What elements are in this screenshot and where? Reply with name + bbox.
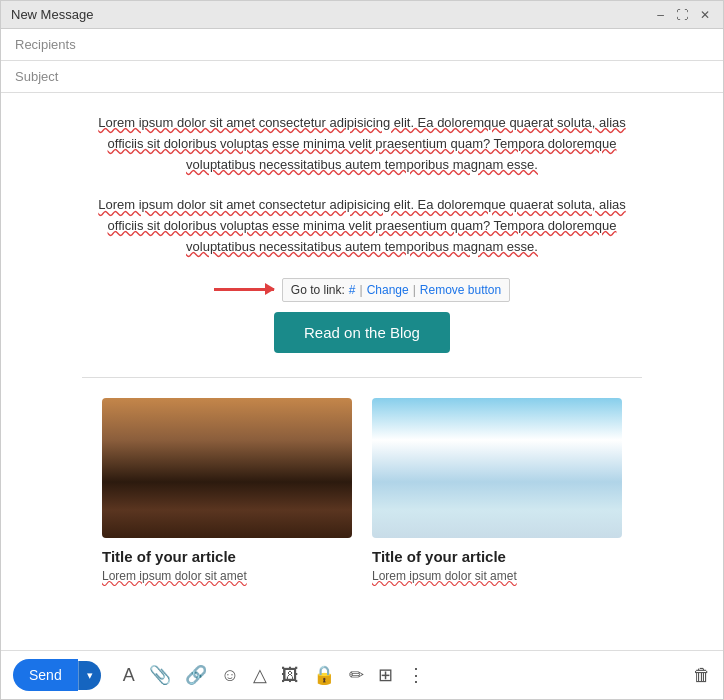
email-content-area: Lorem ipsum dolor sit amet consectetur a…: [1, 93, 723, 650]
minimize-button[interactable]: –: [654, 8, 667, 22]
link-icon[interactable]: 🔗: [181, 660, 211, 690]
more-options-icon[interactable]: ⋮: [403, 660, 429, 690]
subject-input[interactable]: [95, 69, 709, 84]
link-tooltip-box: Go to link: # | Change | Remove button: [282, 278, 510, 302]
recipients-row: Recipients: [1, 29, 723, 61]
tooltip-change-link[interactable]: Change: [367, 283, 409, 297]
lorem-text-1: Lorem ipsum dolor sit amet consectetur a…: [98, 115, 626, 172]
photo-icon[interactable]: 🖼: [277, 661, 303, 690]
articles-grid: Title of your article Lorem ipsum dolor …: [82, 398, 642, 583]
send-dropdown-button[interactable]: ▾: [78, 661, 101, 690]
link-tooltip-row: Go to link: # | Change | Remove button: [82, 278, 642, 302]
drive-icon[interactable]: △: [249, 660, 271, 690]
article-title-1: Title of your article: [102, 548, 352, 565]
compose-toolbar: Send ▾ A 📎 🔗 ☺ △ 🖼 🔒 ✏ ⊞ ⋮ 🗑: [1, 650, 723, 699]
tooltip-sep-1: |: [360, 283, 363, 297]
lorem-block-1: Lorem ipsum dolor sit amet consectetur a…: [82, 113, 642, 175]
recipients-input[interactable]: [95, 37, 709, 52]
article-image-2: [372, 398, 622, 538]
read-on-blog-button[interactable]: Read on the Blog: [274, 312, 450, 353]
close-button[interactable]: ✕: [697, 8, 713, 22]
article-card-1: Title of your article Lorem ipsum dolor …: [102, 398, 352, 583]
article-desc-1: Lorem ipsum dolor sit amet: [102, 569, 352, 583]
glacier-image: [372, 398, 622, 538]
article-image-1: [102, 398, 352, 538]
arrow-indicator: [214, 288, 274, 291]
lorem-block-2: Lorem ipsum dolor sit amet consectetur a…: [82, 195, 642, 257]
tooltip-prefix: Go to link:: [291, 283, 345, 297]
subject-row: Subject: [1, 61, 723, 93]
emoji-icon[interactable]: ☺: [217, 661, 243, 690]
recipients-label: Recipients: [15, 37, 95, 52]
article-card-2: Title of your article Lorem ipsum dolor …: [372, 398, 622, 583]
window-title: New Message: [11, 7, 93, 22]
section-divider: [82, 377, 642, 378]
email-body: Lorem ipsum dolor sit amet consectetur a…: [62, 113, 662, 583]
tooltip-link[interactable]: #: [349, 283, 356, 297]
send-button[interactable]: Send: [13, 659, 78, 691]
email-compose-window: New Message – ⛶ ✕ Recipients Subject Lor…: [0, 0, 724, 700]
tooltip-sep-2: |: [413, 283, 416, 297]
format-text-icon[interactable]: A: [119, 661, 139, 690]
desert-image: [102, 398, 352, 538]
tooltip-remove-link[interactable]: Remove button: [420, 283, 501, 297]
titlebar: New Message – ⛶ ✕: [1, 1, 723, 29]
window-controls: – ⛶ ✕: [654, 8, 713, 22]
article-title-2: Title of your article: [372, 548, 622, 565]
attach-icon[interactable]: 📎: [145, 660, 175, 690]
lorem-text-2: Lorem ipsum dolor sit amet consectetur a…: [98, 197, 626, 254]
layout-icon[interactable]: ⊞: [374, 660, 397, 690]
delete-draft-icon[interactable]: 🗑: [693, 665, 711, 686]
arrow-line: [214, 288, 274, 291]
send-button-group: Send ▾: [13, 659, 101, 691]
subject-label: Subject: [15, 69, 95, 84]
signature-icon[interactable]: ✏: [345, 660, 368, 690]
blog-button-container: Read on the Blog: [82, 312, 642, 353]
maximize-button[interactable]: ⛶: [673, 8, 691, 22]
article-desc-2: Lorem ipsum dolor sit amet: [372, 569, 622, 583]
lock-icon[interactable]: 🔒: [309, 660, 339, 690]
